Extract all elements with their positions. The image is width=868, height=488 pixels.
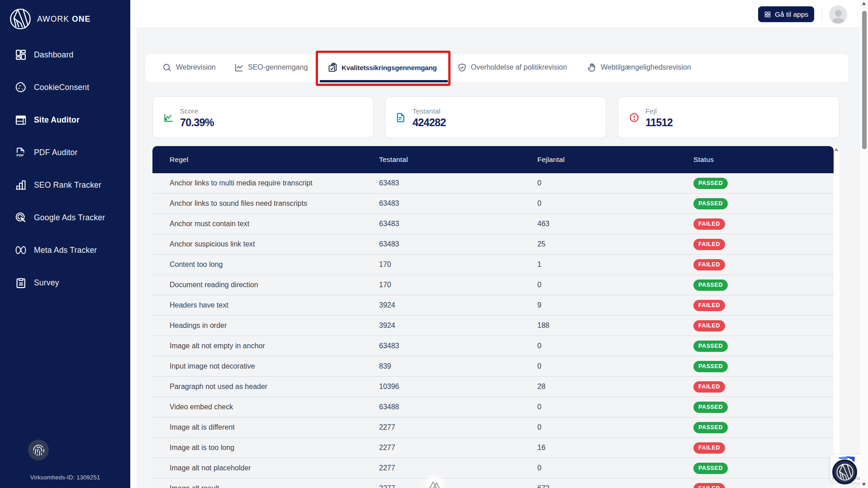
svg-text:PDF: PDF [16,153,24,157]
